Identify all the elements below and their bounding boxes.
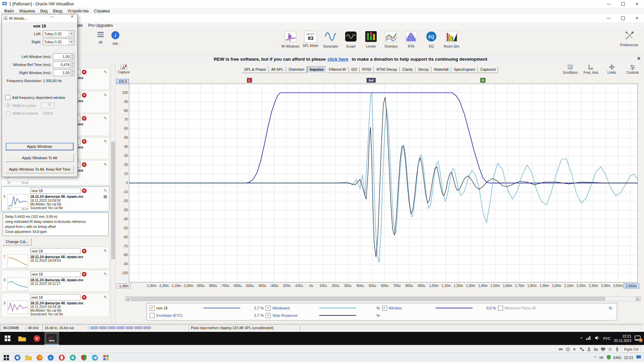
vm-status-mouse-integration-icon[interactable] bbox=[615, 347, 620, 352]
host-clock[interactable]: 22:21 bbox=[624, 356, 633, 360]
toolbar-button-scope[interactable]: Scope bbox=[341, 31, 361, 48]
measurement-name-input[interactable] bbox=[30, 188, 80, 194]
guest-start-button[interactable] bbox=[0, 332, 15, 345]
measurement-name-input[interactable] bbox=[30, 248, 80, 254]
edit-icon[interactable]: ✎ bbox=[104, 295, 107, 300]
tab-clarity[interactable]: Clarity bbox=[400, 66, 416, 73]
speaker-icon[interactable] bbox=[594, 336, 600, 342]
folder-icon[interactable] bbox=[23, 353, 34, 362]
rew-minimize-button[interactable]: — bbox=[602, 14, 616, 22]
whale-browser-icon[interactable] bbox=[68, 353, 78, 362]
onedrive-icon[interactable] bbox=[599, 355, 604, 360]
vbox-close-button[interactable]: ✕ bbox=[630, 0, 644, 8]
right-window-spinner[interactable]: 1,00▲▼ bbox=[53, 69, 74, 76]
vbox-menu-item-0[interactable]: Файл bbox=[1, 8, 17, 14]
dialog-minimize-button[interactable]: — bbox=[47, 14, 57, 22]
toolbar-button-rta[interactable]: RTA bbox=[401, 31, 421, 48]
tab-impulse[interactable]: Impulse bbox=[307, 66, 326, 73]
scroll-left-icon[interactable]: ◄ bbox=[125, 297, 130, 301]
guest-clock[interactable]: 22:2120.11.2023 bbox=[614, 334, 631, 343]
tab-spl-phase[interactable]: SPL & Phase bbox=[241, 66, 269, 73]
impulse-chart[interactable]: 1009080706050403020100-10-20-30-40-50-60… bbox=[116, 77, 644, 296]
toolbar-button-ir-windows[interactable]: IR Windows bbox=[280, 31, 301, 48]
vm-status-recording-icon[interactable] bbox=[608, 347, 612, 352]
toolbar-button-overlays[interactable]: Overlays bbox=[381, 31, 401, 48]
toolbar-preferences-button[interactable]: Preferences bbox=[619, 31, 639, 47]
action-center-icon[interactable]: 3 bbox=[635, 336, 641, 342]
tab-captured[interactable]: Captured bbox=[478, 66, 498, 73]
tab-waterfall[interactable]: Waterfall bbox=[431, 66, 451, 73]
edit-icon[interactable]: ✎ bbox=[104, 116, 107, 121]
chevron-down-icon[interactable]: ▼ bbox=[69, 39, 74, 45]
toolbar-info-button[interactable]: iInfo bbox=[108, 31, 123, 46]
sidebar-scrollbar-thumb[interactable] bbox=[111, 142, 115, 259]
firefox-icon[interactable] bbox=[35, 353, 45, 362]
apply-windows-button-1[interactable]: Apply Windows bbox=[5, 142, 74, 150]
tab-rt60[interactable]: RT60 bbox=[360, 66, 374, 73]
tab-filtered-ir[interactable]: Filtered IR bbox=[326, 66, 349, 73]
remove-measurement-icon[interactable]: ✕ bbox=[82, 272, 87, 277]
remove-measurement-icon[interactable]: ✕ bbox=[82, 93, 87, 98]
legend-checkbox[interactable]: ✓ bbox=[266, 313, 271, 318]
window-ref-time-spinner[interactable]: 0,476▲▼ bbox=[53, 61, 74, 68]
tab-gd[interactable]: GD bbox=[349, 66, 360, 73]
edit-icon[interactable]: ✎ bbox=[104, 139, 107, 144]
toolbar-button-generator[interactable]: Generator bbox=[321, 31, 341, 48]
file-explorer-icon[interactable] bbox=[15, 332, 30, 345]
limits-button[interactable]: Limits bbox=[603, 64, 621, 74]
vm-status-display-icon[interactable] bbox=[601, 347, 605, 352]
menu-item-pro-upgrades[interactable]: Pro Upgrades bbox=[86, 22, 116, 28]
tab-distortion[interactable]: Distortion bbox=[286, 66, 307, 73]
vm-status-optical-icon[interactable] bbox=[566, 347, 570, 352]
banner-close-icon[interactable]: ✕ bbox=[637, 56, 641, 61]
remove-measurement-icon[interactable]: ✕ bbox=[82, 116, 87, 121]
edit-icon[interactable]: ✎ bbox=[104, 162, 107, 167]
vm-status-hdd-icon[interactable] bbox=[558, 347, 563, 352]
rew-close-button[interactable]: ✕ bbox=[630, 14, 644, 22]
notes-icon[interactable]: ▤ bbox=[104, 194, 107, 199]
vm-status-shared-folder-icon[interactable] bbox=[594, 347, 598, 352]
vbox-minimize-button[interactable]: — bbox=[602, 0, 616, 8]
remove-measurement-icon[interactable]: ✕ bbox=[82, 70, 87, 74]
donation-link[interactable]: click here bbox=[327, 57, 348, 62]
feedback-bubble-icon[interactable] bbox=[636, 355, 641, 360]
sidebar-scrollbar[interactable] bbox=[111, 64, 116, 323]
remove-measurement-icon[interactable]: ✕ bbox=[82, 295, 87, 300]
spinner-arrows[interactable]: ▲▼ bbox=[70, 62, 74, 67]
vm-status-network-icon[interactable] bbox=[580, 347, 584, 352]
tab-decay[interactable]: Decay bbox=[416, 66, 431, 73]
yandex-browser-icon[interactable]: Y bbox=[30, 332, 44, 345]
opera-icon[interactable] bbox=[57, 353, 67, 362]
vbox-maximize-button[interactable] bbox=[616, 0, 630, 8]
vbox-menu-item-2[interactable]: Вид bbox=[38, 8, 50, 14]
edit-icon[interactable]: ✎ bbox=[104, 70, 107, 74]
remove-measurement-icon[interactable]: ✕ bbox=[82, 139, 87, 144]
measurement-item-8[interactable]: 8✕✎18.11.24 фильтра 48. право.mx18.11.20… bbox=[1, 270, 109, 292]
scrollbars-button[interactable]: Scrollbars bbox=[561, 64, 579, 74]
remove-measurement-icon[interactable]: ✕ bbox=[82, 162, 87, 167]
adguard-icon[interactable] bbox=[79, 353, 89, 362]
telegram-icon[interactable] bbox=[90, 353, 100, 362]
toolbar-button-room-sim[interactable]: Room Sim bbox=[441, 31, 462, 48]
toolbar-all-button[interactable]: All bbox=[93, 31, 108, 44]
start-button[interactable] bbox=[1, 353, 11, 362]
edit-icon[interactable]: ✎ bbox=[104, 93, 107, 98]
dialog-close-button[interactable]: ✕ bbox=[67, 14, 77, 22]
photos-icon[interactable] bbox=[101, 353, 111, 362]
tab-all-spl[interactable]: All SPL bbox=[269, 66, 286, 73]
remove-measurement-icon[interactable]: ✕ bbox=[82, 249, 87, 253]
controls-button[interactable]: Controls bbox=[624, 64, 641, 74]
capture-button[interactable]: Capture bbox=[118, 64, 130, 74]
rew-maximize-button[interactable] bbox=[616, 14, 630, 22]
scroll-right-icon[interactable]: ► bbox=[636, 297, 640, 301]
vbox-menu-item-4[interactable]: Устройства bbox=[65, 8, 91, 14]
spinner-arrows[interactable]: ▲▼ bbox=[70, 70, 74, 75]
graph-horizontal-scrollbar[interactable]: ◄ ► bbox=[125, 296, 641, 301]
legend-checkbox[interactable] bbox=[498, 306, 503, 311]
legend-checkbox[interactable]: ✓ bbox=[150, 306, 155, 311]
measurement-name-input[interactable] bbox=[30, 271, 80, 277]
guest-language-indicator[interactable]: РУС bbox=[603, 337, 610, 341]
tab-spectrogram[interactable]: Spectrogram bbox=[451, 66, 478, 73]
search-icon[interactable] bbox=[12, 353, 22, 362]
remove-measurement-icon[interactable]: ✕ bbox=[82, 188, 87, 193]
